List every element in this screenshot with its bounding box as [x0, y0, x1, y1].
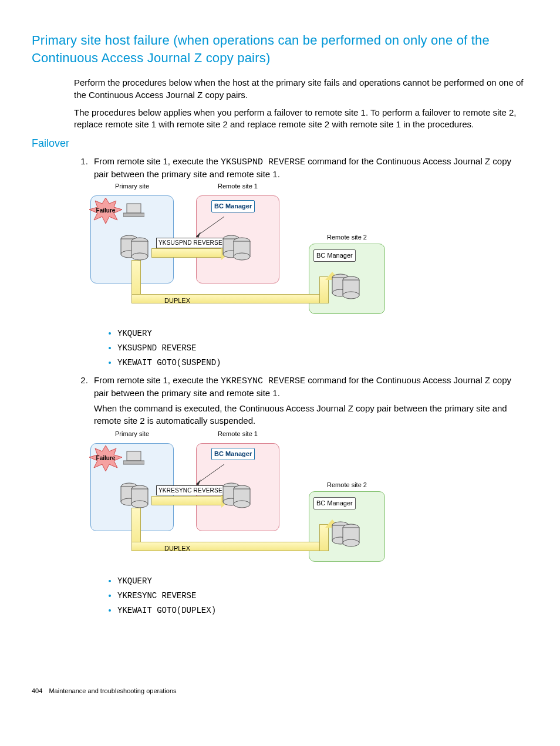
bc-manager-remote1: BC Manager	[211, 200, 255, 212]
svg-rect-1	[127, 204, 141, 213]
svg-line-3	[196, 217, 224, 237]
fat-arrow-primary-remote1	[151, 496, 222, 505]
step-2-inline-cmd: YKRESYNC REVERSE	[221, 376, 305, 386]
svg-line-26	[196, 464, 224, 484]
bc-manager-remote2: BC Manager	[313, 249, 356, 262]
cmd-item: YKSUSPND REVERSE	[117, 343, 528, 354]
svg-point-10	[131, 253, 148, 260]
intro-paragraph-1: Perform the procedures below when the ho…	[74, 77, 528, 101]
svg-rect-25	[123, 461, 144, 464]
failure-icon: Failure	[88, 198, 123, 224]
step-2: From remote site 1, execute the YKRESYNC…	[90, 374, 528, 616]
fat-arrow-up	[319, 276, 329, 303]
fat-arrow-across	[131, 542, 329, 551]
db-icon	[222, 482, 255, 509]
host-icon	[123, 202, 144, 218]
svg-marker-4	[196, 232, 201, 238]
step-2-note: When the command is executed, the Contin…	[94, 403, 528, 427]
svg-point-39	[234, 501, 250, 508]
db-icon	[222, 234, 255, 261]
db-icon	[120, 234, 153, 261]
cmd-item: YKQUERY	[117, 328, 528, 339]
page-title: Primary site host failure (when operatio…	[32, 32, 528, 66]
command-box: YKRESYNC REVERSE	[156, 485, 225, 496]
label-primary-site: Primary site	[90, 430, 174, 438]
page-number: 404	[32, 687, 42, 694]
cmd-item: YKRESYNC REVERSE	[117, 590, 528, 602]
db-icon	[331, 521, 364, 548]
svg-point-16	[234, 253, 250, 260]
cmd-item: YKEWAIT GOTO(DUPLEX)	[117, 605, 528, 616]
db-icon	[120, 482, 153, 509]
intro-paragraph-2: The procedures below applies when you pe…	[74, 107, 528, 131]
step-1-commands: YKQUERY YKSUSPND REVERSE YKEWAIT GOTO(SU…	[112, 328, 528, 369]
step-1: From remote site 1, execute the YKSUSPND…	[90, 156, 528, 369]
diagram-ykresync: Primary site Remote site 1 Remote site 2…	[90, 433, 390, 568]
command-box: YKSUSPND REVERSE	[156, 238, 225, 248]
fat-arrow-across	[131, 294, 329, 303]
cmd-item: YKEWAIT GOTO(SUSPEND)	[117, 357, 528, 369]
bc-manager-remote2: BC Manager	[313, 497, 356, 509]
bc-manager-remote1: BC Manager	[211, 448, 255, 460]
label-remote-site-1: Remote site 1	[196, 430, 279, 438]
failure-icon: Failure	[88, 445, 123, 471]
step-list: From remote site 1, execute the YKSUSPND…	[74, 156, 528, 616]
step-1-text-pre: From remote site 1, execute the	[94, 156, 221, 166]
svg-point-33	[131, 501, 148, 508]
svg-rect-24	[127, 451, 141, 461]
step-1-inline-cmd: YKSUSPND REVERSE	[221, 157, 305, 167]
step-2-commands: YKQUERY YKRESYNC REVERSE YKEWAIT GOTO(DU…	[112, 576, 528, 616]
label-primary-site: Primary site	[90, 182, 174, 191]
fat-arrow-up	[319, 524, 329, 551]
duplex-label: DUPLEX	[164, 296, 190, 305]
label-remote-site-2: Remote site 2	[309, 233, 385, 242]
svg-point-45	[343, 539, 359, 546]
svg-marker-27	[196, 480, 201, 485]
svg-rect-2	[123, 213, 144, 217]
diagram-yksuspnd: Primary site Remote site 1 Remote site 2…	[90, 185, 390, 320]
fat-arrow-primary-remote1	[151, 248, 222, 258]
label-remote-site-2: Remote site 2	[309, 481, 385, 490]
db-icon	[331, 273, 364, 300]
footer-section: Maintenance and troubleshooting operatio…	[49, 687, 176, 694]
section-failover: Failover	[32, 136, 528, 150]
duplex-label: DUPLEX	[164, 544, 190, 553]
cmd-item: YKQUERY	[117, 576, 528, 587]
label-remote-site-1: Remote site 1	[196, 182, 279, 191]
step-2-text-pre: From remote site 1, execute the	[94, 375, 221, 385]
host-icon	[123, 450, 144, 465]
page-footer: 404 Maintenance and troubleshooting oper…	[32, 687, 528, 696]
svg-point-22	[343, 292, 359, 299]
